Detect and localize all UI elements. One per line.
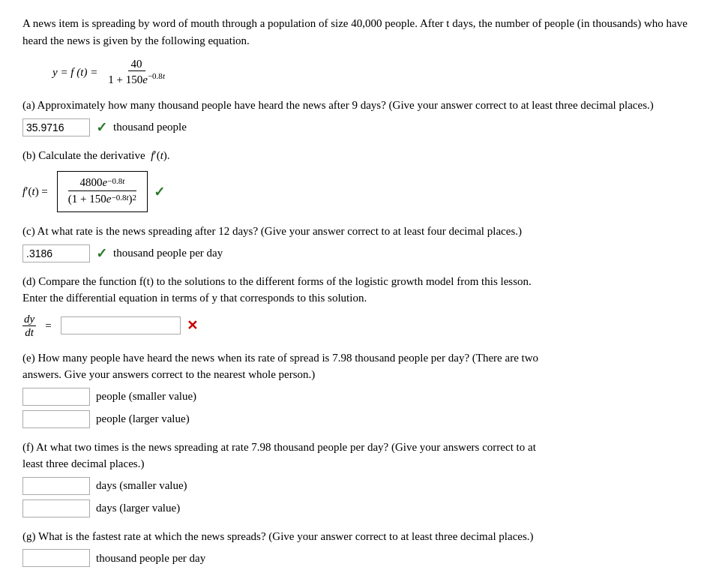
part-c: (c) At what rate is the news spreading a… (22, 223, 697, 262)
deriv-denominator: (1 + 150e−0.8t)2 (68, 191, 136, 206)
part-e-large-input[interactable] (22, 410, 90, 428)
part-b: (b) Calculate the derivative f′(t). f′(t… (22, 147, 697, 213)
part-a: (a) Approximately how many thousand peop… (22, 97, 697, 136)
part-e: (e) How many people have heard the news … (22, 350, 697, 428)
part-d-input[interactable] (61, 316, 181, 334)
fraction-numerator: 40 (128, 58, 145, 71)
deriv-numerator: 4800e−0.8t (68, 176, 136, 191)
part-f-small-row: days (smaller value) (22, 477, 697, 495)
fraction-denominator: 1 + 150e−0.8t (105, 71, 168, 86)
intro-text: A news item is spreading by word of mout… (22, 15, 697, 49)
part-c-label: (c) At what rate is the news spreading a… (22, 223, 697, 240)
part-f-small-input[interactable] (22, 477, 90, 495)
part-f-label-1: (f) At what two times is the news spread… (22, 439, 697, 456)
part-d-label-1: (d) Compare the function f(t) to the sol… (22, 273, 697, 290)
part-f-large-row: days (larger value) (22, 500, 697, 518)
part-c-checkmark: ✓ (96, 245, 107, 262)
deriv-fraction-box: 4800e−0.8t (1 + 150e−0.8t)2 (57, 171, 148, 212)
equals-sign: = (45, 320, 51, 332)
part-a-suffix: thousand people (113, 121, 187, 134)
part-e-large-suffix: people (larger value) (96, 412, 190, 425)
part-a-input[interactable] (22, 118, 90, 136)
dy-top: dy (22, 313, 36, 326)
part-g-answer-row: thousand people per day (22, 549, 697, 567)
part-f-large-suffix: days (larger value) (96, 502, 180, 514)
part-d: (d) Compare the function f(t) to the sol… (22, 273, 697, 339)
dy-bottom: dt (23, 326, 35, 339)
part-g-label: (g) What is the fastest rate at which th… (22, 528, 697, 545)
part-e-label-2: answers. Give your answers correct to th… (22, 366, 697, 383)
part-e-label-1: (e) How many people have heard the news … (22, 350, 697, 367)
part-c-suffix: thousand people per day (113, 247, 223, 260)
part-b-checkmark: ✓ (154, 184, 165, 200)
part-e-small-suffix: people (smaller value) (96, 390, 196, 403)
part-b-derivative: f′(t) = 4800e−0.8t (1 + 150e−0.8t)2 ✓ (22, 171, 697, 212)
part-b-label: (b) Calculate the derivative f′(t). (22, 147, 697, 164)
part-f: (f) At what two times is the news spread… (22, 439, 697, 518)
part-a-answer-row: ✓ thousand people (22, 118, 697, 136)
part-e-small-input[interactable] (22, 388, 90, 406)
part-d-answer-row: dy dt = ✕ (22, 313, 697, 339)
part-a-checkmark: ✓ (96, 119, 107, 136)
main-fraction: 40 1 + 150e−0.8t (105, 58, 168, 86)
equation-label: y = f (t) = (52, 66, 97, 79)
part-e-large-row: people (larger value) (22, 410, 697, 428)
part-d-label-2: Enter the differential equation in terms… (22, 290, 697, 307)
part-g: (g) What is the fastest rate at which th… (22, 528, 697, 568)
part-d-x-mark: ✕ (187, 317, 198, 334)
deriv-lhs: f′(t) = (22, 185, 48, 198)
dy-dt-fraction: dy dt (22, 313, 36, 339)
part-c-answer-row: ✓ thousand people per day (22, 244, 697, 262)
part-g-suffix: thousand people per day (96, 552, 205, 565)
part-c-input[interactable] (22, 244, 90, 262)
main-equation: y = f (t) = 40 1 + 150e−0.8t (52, 58, 697, 86)
part-a-label: (a) Approximately how many thousand peop… (22, 97, 697, 114)
part-f-large-input[interactable] (22, 500, 90, 518)
part-f-label-2: least three decimal places.) (22, 455, 697, 472)
part-g-input[interactable] (22, 549, 90, 567)
part-f-small-suffix: days (smaller value) (96, 479, 187, 492)
part-e-small-row: people (smaller value) (22, 388, 697, 406)
